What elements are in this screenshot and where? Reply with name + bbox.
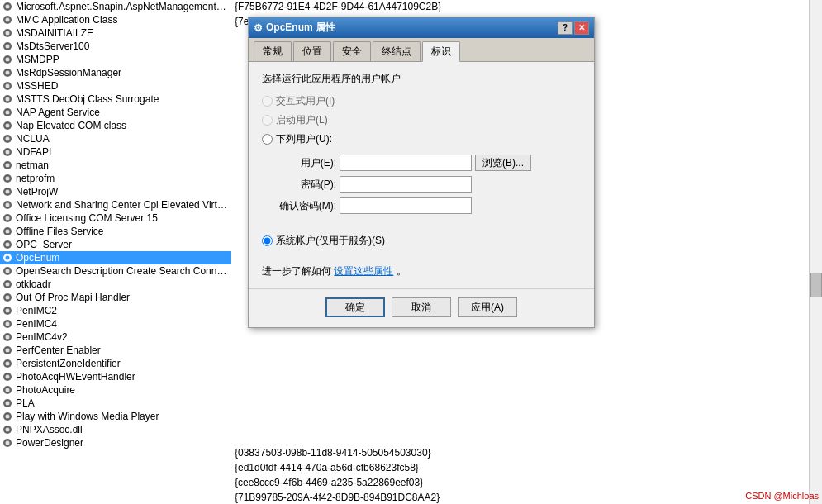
confirm-field-label: 确认密码(M): [278,199,336,213]
password-input[interactable] [340,176,472,193]
dialog-overlay: ⚙ OpcEnum 属性 ? ✕ 常规 位置 安全 终结点 标识 选择运行此应用… [0,0,822,504]
browse-button[interactable]: 浏览(B)... [475,155,531,171]
user-field-label: 用户(E): [278,156,336,170]
ok-button[interactable]: 确定 [325,297,385,317]
window-controls: ? ✕ [558,21,589,35]
help-link[interactable]: 设置这些属性 [334,265,393,277]
launching-label: 启动用户(L) [276,113,328,127]
interactive-user-option: 交互式用户(I) [262,94,581,108]
close-button[interactable]: ✕ [574,21,589,35]
help-button[interactable]: ? [558,21,573,35]
title-area: ⚙ OpcEnum 属性 [254,21,335,35]
following-user-option: 下列用户(U): [262,132,581,146]
section-title: 选择运行此应用程序的用户帐户 [262,72,581,86]
tab-security[interactable]: 安全 [333,41,371,61]
cancel-button[interactable]: 取消 [392,297,451,317]
tab-identity[interactable]: 标识 [422,41,460,62]
system-account-radio[interactable] [262,235,273,246]
confirm-password-input[interactable] [340,197,472,214]
tab-general[interactable]: 常规 [254,41,292,61]
identity-radio-group: 交互式用户(I) 启动用户(L) 下列用户(U): 用户(E): [262,94,581,248]
launching-radio[interactable] [262,115,273,126]
link-suffix: 。 [397,265,406,277]
user-field-row: 用户(E): 浏览(B)... [278,155,581,171]
launching-user-option: 启动用户(L) [262,113,581,127]
confirm-field-row: 确认密码(M): [278,197,581,214]
dialog-buttons: 确定 取消 应用(A) [249,288,594,327]
tab-location[interactable]: 位置 [293,41,331,61]
apply-button[interactable]: 应用(A) [458,297,517,317]
following-radio[interactable] [262,134,273,145]
dialog-body: 选择运行此应用程序的用户帐户 交互式用户(I) 启动用户(L) 下列用户(U): [249,62,594,288]
system-account-label: 系统帐户(仅用于服务)(S) [276,234,385,248]
user-fields-section: 用户(E): 浏览(B)... 密码(P): 确认密码(M): [278,155,581,219]
password-field-row: 密码(P): [278,176,581,193]
password-field-label: 密码(P): [278,178,336,192]
tab-endpoint[interactable]: 终结点 [373,41,421,61]
system-account-option: 系统帐户(仅用于服务)(S) [262,234,581,248]
tab-strip: 常规 位置 安全 终结点 标识 [249,38,594,62]
help-link-section: 进一步了解如何 设置这些属性 。 [262,264,581,278]
title-icon: ⚙ [254,22,263,34]
dialog-title: OpcEnum 属性 [266,21,335,35]
user-input[interactable] [340,155,472,171]
link-prefix: 进一步了解如何 [262,265,331,277]
properties-dialog: ⚙ OpcEnum 属性 ? ✕ 常规 位置 安全 终结点 标识 选择运行此应用… [248,17,595,328]
following-label: 下列用户(U): [276,132,332,146]
dialog-titlebar: ⚙ OpcEnum 属性 ? ✕ [249,17,594,38]
interactive-radio[interactable] [262,96,273,107]
interactive-label: 交互式用户(I) [276,94,335,108]
